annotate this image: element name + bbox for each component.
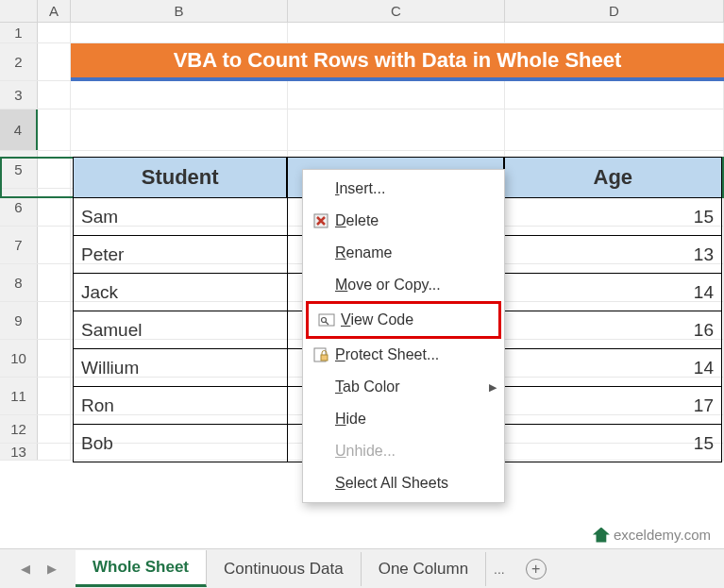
svg-rect-5	[321, 355, 328, 361]
row-header-9[interactable]: 9	[0, 302, 38, 339]
cell-age[interactable]: 14	[504, 274, 722, 311]
grid-row-1: 1	[0, 23, 724, 43]
prev-sheet-icon[interactable]: ◀	[21, 562, 30, 576]
delete-icon	[307, 212, 335, 229]
row-header-8[interactable]: 8	[0, 264, 38, 301]
cell-age[interactable]: 15	[504, 198, 722, 236]
column-headers: A B C D	[0, 0, 724, 23]
menu-view-code[interactable]: View Code	[309, 304, 498, 336]
row-header-10[interactable]: 10	[0, 340, 38, 377]
menu-insert[interactable]: Insert...	[303, 173, 504, 205]
cell-age[interactable]: 13	[504, 236, 722, 274]
menu-move-copy[interactable]: Move or Copy...	[303, 269, 504, 301]
tab-continuous-data[interactable]: Continuous Data	[207, 552, 362, 586]
col-header-D[interactable]: D	[505, 0, 724, 22]
menu-protect-sheet[interactable]: Protect Sheet...	[303, 339, 504, 371]
cell-age[interactable]: 14	[504, 349, 722, 387]
sheet-tabs-bar: ◀ ▶ Whole Sheet Continuous Data One Colu…	[0, 548, 724, 588]
menu-tab-color[interactable]: Tab Color▶	[303, 371, 504, 403]
page-title: VBA to Count Rows with Data in Whole She…	[71, 43, 724, 81]
menu-delete[interactable]: Delete	[303, 205, 504, 237]
menu-unhide: Unhide...	[303, 435, 504, 467]
row-header-3[interactable]: 3	[0, 81, 38, 109]
row-header-2[interactable]: 2	[0, 43, 38, 80]
th-age[interactable]: Age	[504, 157, 722, 198]
cell-student[interactable]: Bob	[73, 425, 287, 462]
menu-hide[interactable]: Hide	[303, 403, 504, 435]
tab-nav-arrows[interactable]: ◀ ▶	[21, 562, 76, 576]
tab-one-column[interactable]: One Column	[362, 552, 486, 586]
cell-student[interactable]: Willium	[73, 349, 287, 387]
cell-student[interactable]: Peter	[73, 236, 287, 274]
cell-student[interactable]: Samuel	[73, 311, 287, 349]
row-header-13[interactable]: 13	[0, 444, 38, 460]
protect-icon	[307, 346, 335, 363]
col-header-C[interactable]: C	[288, 0, 505, 22]
watermark: exceldemy.com	[593, 527, 711, 543]
row-header-11[interactable]: 11	[0, 378, 38, 414]
tab-whole-sheet[interactable]: Whole Sheet	[76, 550, 207, 587]
cell-age[interactable]: 15	[504, 425, 722, 462]
row-header-6[interactable]: 6	[0, 189, 38, 226]
add-sheet-button[interactable]: +	[526, 559, 547, 580]
row-header-4[interactable]: 4	[0, 109, 38, 150]
context-menu: Insert... Delete Rename Move or Copy... …	[302, 169, 505, 503]
select-all-corner[interactable]	[0, 0, 38, 22]
cell-age[interactable]: 16	[504, 311, 722, 349]
row-header-12[interactable]: 12	[0, 415, 38, 443]
highlight-box: View Code	[306, 301, 501, 339]
tab-overflow[interactable]: ...	[486, 562, 513, 577]
th-student[interactable]: Student	[73, 157, 287, 198]
cell-student[interactable]: Jack	[73, 274, 287, 311]
row-header-7[interactable]: 7	[0, 227, 38, 263]
col-header-B[interactable]: B	[71, 0, 288, 22]
grid-row-3: 3	[0, 81, 724, 109]
chevron-right-icon: ▶	[489, 381, 497, 394]
menu-select-all-sheets[interactable]: Select All Sheets	[303, 467, 504, 499]
view-code-icon	[312, 311, 341, 328]
grid-row-4: 4	[0, 109, 724, 151]
col-header-A[interactable]: A	[38, 0, 71, 22]
house-icon	[593, 528, 610, 543]
row-header-5[interactable]: 5	[0, 151, 38, 188]
cell-student[interactable]: Ron	[73, 387, 287, 425]
cell-student[interactable]: Sam	[73, 198, 287, 236]
next-sheet-icon[interactable]: ▶	[47, 562, 57, 576]
row-header-1[interactable]: 1	[0, 23, 38, 42]
menu-rename[interactable]: Rename	[303, 237, 504, 269]
cell-age[interactable]: 17	[504, 387, 722, 425]
